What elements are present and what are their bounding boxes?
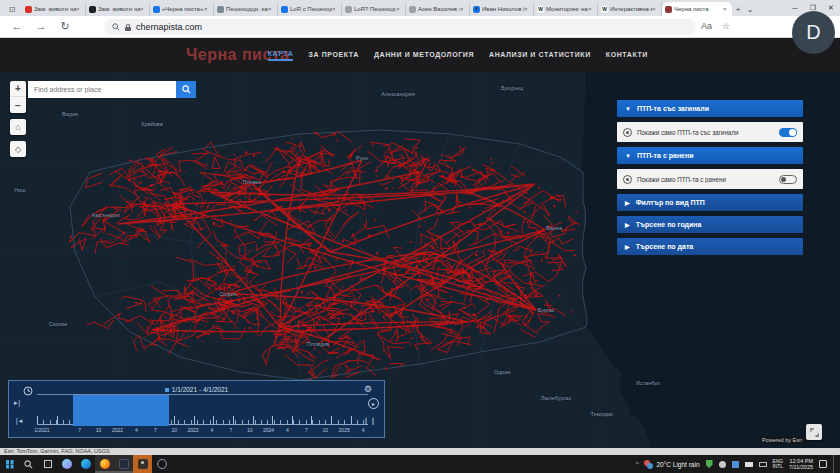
tab[interactable]: fИван Николов | La...×	[470, 2, 534, 16]
task-view-button[interactable]	[38, 455, 57, 473]
tick-labels: 1/202171020224710202347102024471020254	[37, 427, 368, 435]
clock[interactable]: 12:04 PM 7/11/2025	[789, 458, 813, 471]
tab-close-icon[interactable]: ×	[524, 6, 530, 12]
time-text: 12:04 PM	[789, 458, 813, 464]
firefox-icon	[100, 459, 110, 469]
back-icon[interactable]: ←	[10, 20, 24, 32]
show-desktop-button[interactable]	[833, 455, 836, 473]
tab-favicon: f	[473, 6, 480, 13]
play-button[interactable]: ▸	[368, 398, 379, 409]
skip-next-button[interactable]: ▸❘	[14, 399, 21, 407]
system-tray: ^ 20°C Light rain ENG INTL 12:04 PM 7/11…	[636, 455, 840, 473]
selected-time-range[interactable]	[73, 395, 169, 426]
tab-favicon	[665, 6, 672, 13]
tab[interactable]: Пешеходци, камио...×	[214, 2, 278, 16]
tab-favicon	[281, 6, 288, 13]
locate-button[interactable]: ◇	[10, 141, 26, 157]
tab-close-icon[interactable]: ×	[723, 6, 729, 12]
dark-app-button[interactable]	[114, 455, 133, 473]
tab-favicon	[345, 6, 352, 13]
tab[interactable]: LoR? Пешеход - мар...×	[342, 2, 406, 16]
tab-close-icon[interactable]: ×	[140, 6, 146, 12]
tab-favicon	[25, 6, 32, 13]
nav-item-анализи-и-статистики[interactable]: АНАЛИЗИ И СТАТИСТИКИ	[489, 51, 591, 60]
panel-header[interactable]: ▼ПТП-та със загинали	[617, 100, 803, 117]
dark-app-icon	[119, 459, 129, 469]
zoom-control: + −	[10, 81, 26, 113]
zoom-in-button[interactable]: +	[10, 81, 26, 97]
nav-item-данни-и-методология[interactable]: ДАННИ И МЕТОДОЛОГИЯ	[374, 51, 474, 60]
browser-toolbar: ← → ↻ chernapista.com Aa ☆	[0, 16, 840, 38]
toggle-switch[interactable]	[779, 128, 797, 137]
tab-close-icon[interactable]: ×	[204, 6, 210, 12]
map-search-widget	[28, 81, 196, 98]
hidden-icons-chevron[interactable]: ^	[636, 461, 639, 467]
nav-item-контакти[interactable]: КОНТАКТИ	[606, 51, 648, 60]
city-label: София	[219, 291, 237, 297]
profile-avatar[interactable]: D	[792, 11, 835, 54]
fullscreen-button[interactable]	[806, 424, 822, 440]
tab-close-icon[interactable]: ×	[588, 6, 594, 12]
tray-app2-icon[interactable]	[732, 461, 739, 468]
image-editor-icon	[138, 459, 148, 469]
mail-icon[interactable]	[745, 462, 753, 467]
panel-header[interactable]: ▶Търсене по година	[617, 216, 803, 233]
tab-close-icon[interactable]: ×	[268, 6, 274, 12]
tick-label: 2023	[187, 427, 198, 433]
map-canvas[interactable]: КрайоваАлександрияБукурещВидинПлевенРусе…	[0, 72, 840, 448]
tab-title: Зам. животи на фо...	[98, 6, 140, 12]
tab[interactable]: Зам. животи на фо...×	[86, 2, 150, 16]
panel-toggle-row: Покажи само ПТП-та със загинали	[617, 122, 803, 142]
new-tab-button[interactable]: +	[732, 3, 744, 15]
weather-text: 20°C Light rain	[656, 461, 699, 468]
toggle-switch[interactable]	[779, 175, 797, 184]
gear-icon[interactable]: ⚙	[364, 384, 372, 394]
tray-app-icon[interactable]	[719, 461, 726, 468]
action-center-icon[interactable]	[819, 460, 827, 468]
translate-icon[interactable]: Aa	[701, 21, 712, 31]
forward-icon[interactable]: →	[34, 20, 48, 32]
language-indicator[interactable]: ENG INTL	[773, 459, 783, 470]
tab[interactable]: Зам. животи на фо...×	[22, 2, 86, 16]
tab-close-icon[interactable]: ×	[76, 6, 82, 12]
tab[interactable]: WИнтерактивна кар...×	[598, 2, 662, 16]
tab-close-icon[interactable]: ×	[652, 6, 658, 12]
tab[interactable]: LoR с Пешеход...×	[278, 2, 342, 16]
weather-widget[interactable]: 20°C Light rain	[644, 460, 699, 469]
start-button[interactable]	[0, 455, 19, 473]
tab-close-icon[interactable]: ×	[460, 6, 466, 12]
nav-item-карта[interactable]: КАРТА	[268, 50, 294, 61]
panel-header[interactable]: ▶Филтър по вид ПТП	[617, 194, 803, 211]
image-editor-button[interactable]	[133, 455, 152, 473]
time-slider-track[interactable]	[37, 394, 368, 425]
favorite-star-icon[interactable]: ☆	[722, 21, 730, 31]
home-button[interactable]: ⌂	[10, 119, 26, 135]
tab-search-button[interactable]: ⌄	[744, 3, 756, 15]
tab-close-icon[interactable]: ×	[396, 6, 402, 12]
zoom-out-button[interactable]: −	[10, 97, 26, 113]
tab-active[interactable]: Черна писта×	[662, 2, 732, 16]
tab-favicon: W	[601, 6, 608, 13]
tab[interactable]: WМониторинг на на...×	[534, 2, 598, 16]
tab-close-icon[interactable]: ×	[332, 6, 338, 12]
edge-button[interactable]	[76, 455, 95, 473]
tab[interactable]: «Черна писта»: За...×	[150, 2, 214, 16]
tab[interactable]: Асен Василев за к...×	[406, 2, 470, 16]
nav-item-за-проекта[interactable]: ЗА ПРОЕКТА	[308, 51, 358, 60]
refresh-icon[interactable]: ↻	[58, 20, 72, 33]
device-icon[interactable]	[759, 462, 767, 467]
map-search-button[interactable]	[176, 81, 196, 98]
map-search-input[interactable]	[28, 81, 176, 98]
address-bar[interactable]: chernapista.com	[104, 19, 696, 35]
skip-prev-button[interactable]: ❘◂	[14, 417, 21, 425]
search-icon	[112, 23, 120, 31]
panel-header[interactable]: ▶Търсене по дата	[617, 238, 803, 255]
panel-header-label: Филтър по вид ПТП	[636, 199, 705, 206]
firefox-button[interactable]	[95, 455, 114, 473]
security-shield-icon[interactable]	[706, 460, 713, 468]
copilot-button[interactable]	[57, 455, 76, 473]
tab-actions-icon[interactable]: ⊡	[4, 3, 20, 15]
taskbar-search-button[interactable]	[19, 455, 38, 473]
recorder-button[interactable]	[152, 455, 171, 473]
panel-header[interactable]: ▼ПТП-та с ранени	[617, 147, 803, 164]
